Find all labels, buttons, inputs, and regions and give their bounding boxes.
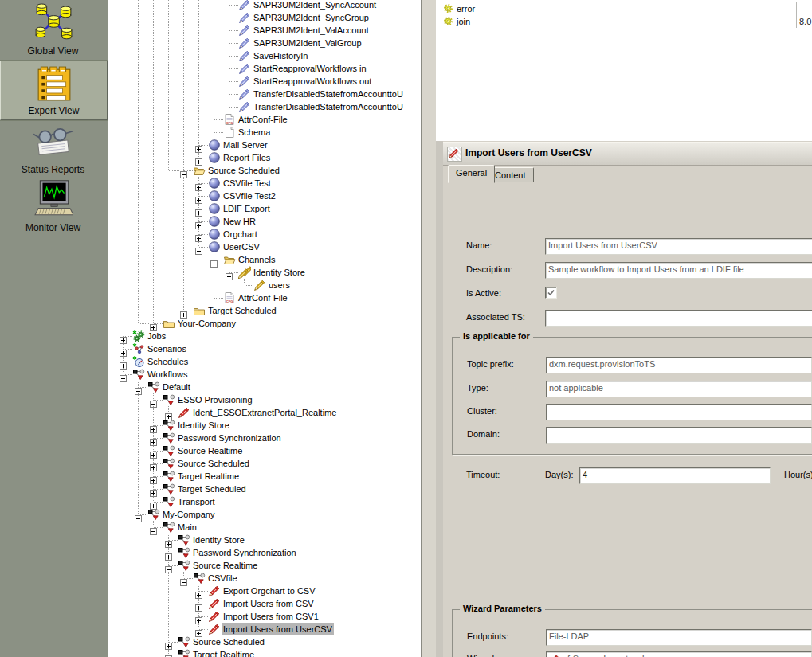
tree-node-csvfile[interactable]: CSVfile <box>206 572 239 585</box>
tree-node-sapr3um2ident-syncaccount[interactable]: SAPR3UM2Ident_SyncAccount <box>252 0 378 11</box>
sidebar-item-global-view[interactable]: Global View <box>0 2 106 60</box>
expand-plus-toggle[interactable] <box>195 142 202 149</box>
tree-node-savehistoryin[interactable]: SaveHistoryIn <box>252 49 309 62</box>
tree-node-workflows[interactable]: Workflows <box>146 368 190 381</box>
tree-node-orgchart[interactable]: Orgchart <box>222 228 259 241</box>
tree-node-export-orgchart-to-csv[interactable]: Export Orgchart to CSV <box>222 585 317 597</box>
tree-node-source-realtime[interactable]: Source Realtime <box>176 444 244 457</box>
sidebar-item-monitor-view[interactable]: Monitor View <box>0 178 106 237</box>
tree-node-ldif-export[interactable]: LDIF Export <box>222 202 272 215</box>
collapse-minus-toggle[interactable] <box>195 244 202 251</box>
collapse-minus-toggle[interactable] <box>165 562 172 569</box>
topic-prefix-field[interactable]: dxm.request.provisionToTS <box>546 357 812 373</box>
tree-node-transferdisabledstatefromaccounttou[interactable]: TransferDisabledStatefromAccounttoU <box>252 100 405 113</box>
tree-node-your-company[interactable]: Your-Company <box>176 317 237 330</box>
tree-node-schema[interactable]: Schema <box>237 126 272 139</box>
expand-plus-toggle[interactable] <box>150 473 157 480</box>
expand-plus-toggle[interactable] <box>195 180 202 187</box>
tree-node-password-synchronization[interactable]: Password Synchronization <box>191 546 298 559</box>
tree-node-identity-store[interactable]: Identity Store <box>176 419 231 432</box>
expand-plus-toggle[interactable] <box>150 435 157 442</box>
collapse-minus-toggle[interactable] <box>150 397 157 404</box>
name-field[interactable]: Import Users from UserCSV <box>545 238 812 255</box>
tree-node-sapr3um2ident-syncgroup[interactable]: SAPR3UM2Ident_SyncGroup <box>252 11 371 24</box>
associated-ts-field[interactable] <box>545 310 812 327</box>
sidebar-item-status-reports[interactable]: Status Reports <box>0 123 106 178</box>
expand-plus-toggle[interactable] <box>165 549 172 557</box>
expand-plus-toggle[interactable] <box>150 486 157 493</box>
tree-node-transport[interactable]: Transport <box>176 495 217 508</box>
tree-node-schedules[interactable]: Schedules <box>146 355 190 368</box>
type-field[interactable]: not applicable <box>546 381 812 397</box>
collapse-minus-toggle[interactable] <box>210 256 218 264</box>
expand-plus-toggle[interactable] <box>165 651 172 657</box>
tree-node-attrconf-file[interactable]: AttrConf-File <box>237 291 289 304</box>
expand-plus-toggle[interactable] <box>150 499 157 506</box>
tree-node-sapr3um2ident-valaccount[interactable]: SAPR3UM2Ident_ValAccount <box>252 24 371 37</box>
tree-node-startreapprovalworkflows-in[interactable]: StartReapprovalWorkflows in <box>252 62 368 75</box>
tree-node-target-realtime[interactable]: Target Realtime <box>191 648 256 657</box>
tree-node-attrconf-file[interactable]: AttrConf-File <box>237 113 289 126</box>
wizard-field[interactable]: wf-Source-Import.xml <box>546 651 812 657</box>
expand-plus-toggle[interactable] <box>195 193 202 200</box>
expand-plus-toggle[interactable] <box>120 358 127 366</box>
expand-plus-toggle[interactable] <box>195 613 202 620</box>
tree-node-esso-provisioning[interactable]: ESSO Provisioning <box>176 393 254 406</box>
activity-list-item-join[interactable]: join8.0 <box>436 15 812 28</box>
tree-node-ident-essoextranetportal-realtime[interactable]: Ident_ESSOExtranetPortal_Realtime <box>191 406 338 419</box>
collapse-minus-toggle[interactable] <box>180 167 187 174</box>
tab-general[interactable]: General <box>448 165 495 183</box>
expand-plus-toggle[interactable] <box>165 639 172 646</box>
tree-node-new-hr[interactable]: New HR <box>222 215 257 228</box>
tree-node-transferdisabledstatefromaccounttou[interactable]: TransferDisabledStatefromAccounttoU <box>252 88 405 100</box>
collapse-minus-toggle[interactable] <box>226 269 233 276</box>
expand-plus-toggle[interactable] <box>165 537 172 544</box>
tree-node-scenarios[interactable]: Scenarios <box>146 342 188 355</box>
expand-plus-toggle[interactable] <box>150 460 157 467</box>
expand-plus-toggle[interactable] <box>120 333 127 340</box>
expand-plus-toggle[interactable] <box>180 307 187 315</box>
tree-node-source-realtime[interactable]: Source Realtime <box>191 559 259 572</box>
tree-node-source-scheduled[interactable]: Source Scheduled <box>206 164 281 177</box>
description-field[interactable]: Sample workflow to Import Users from an … <box>545 262 812 279</box>
tree-node-identity-store[interactable]: Identity Store <box>191 534 246 546</box>
panel-splitter[interactable] <box>421 0 437 657</box>
expand-plus-toggle[interactable] <box>195 218 202 225</box>
collapse-minus-toggle[interactable] <box>135 511 142 518</box>
tree-node-jobs[interactable]: Jobs <box>146 330 167 342</box>
tree-node-startreapprovalworkflows-out[interactable]: StartReapprovalWorkflows out <box>252 75 373 88</box>
collapse-minus-toggle[interactable] <box>180 575 187 582</box>
expand-plus-toggle[interactable] <box>195 231 202 238</box>
tree-node-password-synchronization[interactable]: Password Synchronization <box>176 432 283 444</box>
tree-node-target-scheduled[interactable]: Target Scheduled <box>176 483 248 495</box>
tree-node-import-users-from-csv1[interactable]: Import Users from CSV1 <box>222 610 320 623</box>
endpoints-field[interactable]: File-LDAP <box>546 629 812 646</box>
activity-list-item-error[interactable]: error <box>436 2 812 15</box>
expand-plus-toggle[interactable] <box>195 205 202 213</box>
tree-node-csvfile-test2[interactable]: CSVfile Test2 <box>222 190 277 202</box>
tree-node-sapr3um2ident-valgroup[interactable]: SAPR3UM2Ident_ValGroup <box>252 37 363 49</box>
tree-node-import-users-from-csv[interactable]: Import Users from CSV <box>222 597 316 610</box>
tree-node-source-scheduled[interactable]: Source Scheduled <box>191 635 266 648</box>
tree-node-main[interactable]: Main <box>176 521 198 534</box>
tree-node-import-users-from-usercsv[interactable]: Import Users from UserCSV <box>222 623 334 635</box>
collapse-minus-toggle[interactable] <box>120 371 127 378</box>
tree-node-target-scheduled[interactable]: Target Scheduled <box>206 304 278 317</box>
expand-plus-toggle[interactable] <box>195 588 202 595</box>
tree-node-default[interactable]: Default <box>161 381 192 393</box>
expand-plus-toggle[interactable] <box>120 346 127 353</box>
tree-node-users[interactable]: users <box>267 279 292 291</box>
expert-view-tree[interactable]: SAPR3UM2Ident_SyncAccount SAPR3UM2Ident_… <box>108 0 422 657</box>
tree-node-mail-server[interactable]: Mail Server <box>222 139 269 151</box>
timeout-days-field[interactable]: 4 <box>579 467 771 484</box>
tree-node-identity-store[interactable]: Identity Store <box>252 266 307 279</box>
is-active-checkbox[interactable] <box>545 287 557 299</box>
cluster-field[interactable] <box>546 404 812 420</box>
expand-plus-toggle[interactable] <box>195 600 202 608</box>
tree-node-target-realtime[interactable]: Target Realtime <box>176 470 241 483</box>
tree-node-my-company[interactable]: My-Company <box>161 508 216 521</box>
domain-field[interactable] <box>546 427 812 444</box>
tree-node-source-scheduled[interactable]: Source Scheduled <box>176 457 251 470</box>
tree-node-channels[interactable]: Channels <box>237 253 277 266</box>
expand-plus-toggle[interactable] <box>150 320 157 327</box>
